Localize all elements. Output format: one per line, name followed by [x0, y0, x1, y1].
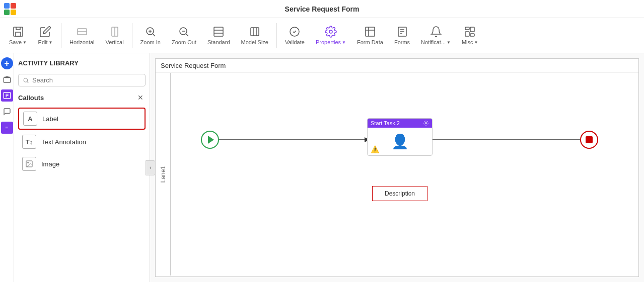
stop-icon — [586, 136, 593, 143]
lane: Lane1 — [156, 73, 171, 275]
divider-3 — [276, 23, 277, 48]
save-button[interactable]: Save▼ — [4, 21, 32, 51]
description-box[interactable]: Description — [372, 186, 427, 201]
canvas-title: Service Request Form — [156, 59, 638, 73]
start-node[interactable] — [201, 131, 219, 149]
svg-rect-13 — [214, 27, 223, 36]
svg-rect-1 — [16, 32, 21, 36]
svg-rect-30 — [4, 78, 10, 82]
sidebar-title: ACTIVITY LIBRARY — [18, 57, 146, 69]
task-title: Start Task.2 — [371, 120, 400, 126]
app-logo[interactable] — [4, 3, 16, 15]
sidebar: ACTIVITY LIBRARY Callouts ✕ A Label T↕ T… — [14, 53, 150, 282]
svg-rect-0 — [14, 27, 23, 36]
svg-line-36 — [27, 81, 28, 82]
end-node[interactable] — [580, 131, 598, 149]
horizontal-button[interactable]: Horizontal — [64, 21, 100, 51]
callout-label-text: Label — [42, 115, 58, 123]
collapse-sidebar-button[interactable]: ‹ — [146, 160, 156, 175]
toolbar: Save▼ Edit▼ Horizontal Vertical Zoom In … — [0, 18, 644, 53]
text-annotation-icon: T↕ — [22, 135, 36, 149]
task-person-icon: 👤 — [391, 133, 409, 150]
rail-activity-icon[interactable] — [1, 89, 13, 102]
svg-point-43 — [425, 123, 427, 124]
svg-rect-16 — [251, 28, 259, 36]
edit-button[interactable]: Edit▼ — [33, 21, 58, 51]
callout-item-text-annotation[interactable]: T↕ Text Annotation — [18, 132, 146, 152]
description-label: Description — [385, 190, 415, 197]
callouts-title: Callouts — [18, 94, 44, 102]
label-icon: A — [23, 112, 37, 126]
search-input[interactable] — [32, 76, 141, 84]
top-bar: Service Request Form — [0, 0, 644, 18]
image-icon — [22, 157, 36, 171]
page-title: Service Request Form — [285, 5, 360, 13]
canvas-area[interactable]: Service Request Form Lane1 — [150, 53, 644, 282]
svg-line-11 — [186, 34, 188, 36]
rail-chat-icon[interactable] — [1, 106, 13, 118]
properties-button[interactable]: Properties▼ — [311, 21, 351, 51]
callouts-close-button[interactable]: ✕ — [135, 92, 146, 103]
task-warning-icon: ⚠️ — [371, 145, 379, 153]
callouts-header: Callouts ✕ — [18, 92, 146, 103]
svg-point-35 — [24, 78, 28, 82]
divider-2 — [132, 23, 132, 48]
zoom-out-button[interactable]: Zoom Out — [167, 21, 201, 51]
canvas-frame: Service Request Form Lane1 — [155, 58, 639, 277]
callout-item-image[interactable]: Image — [18, 154, 146, 174]
svg-point-38 — [28, 162, 29, 163]
flow-area: Start Task.2 👤 ⚠️ Descri — [171, 73, 638, 275]
svg-rect-26 — [465, 27, 469, 30]
model-size-button[interactable]: Model Size — [236, 21, 273, 51]
callout-item-label[interactable]: A Label — [18, 108, 146, 130]
vertical-button[interactable]: Vertical — [101, 21, 129, 51]
svg-line-7 — [153, 34, 155, 36]
task-body: 👤 ⚠️ — [368, 128, 432, 155]
icon-rail: + ≡ — [0, 53, 14, 282]
task-node[interactable]: Start Task.2 👤 ⚠️ — [367, 118, 433, 156]
svg-point-18 — [329, 30, 332, 33]
svg-rect-27 — [465, 32, 469, 36]
rail-add-icon[interactable]: + — [1, 57, 13, 69]
forms-button[interactable]: Forms — [389, 21, 415, 51]
task-settings-icon[interactable] — [423, 120, 429, 126]
play-icon — [208, 136, 214, 144]
main-area: + ≡ ACTIVITY LIBRARY Callouts ✕ A — [0, 53, 644, 282]
divider-1 — [61, 23, 61, 48]
callout-image-text: Image — [41, 160, 59, 168]
search-box[interactable] — [18, 74, 146, 86]
svg-rect-29 — [470, 34, 474, 36]
connector-svg — [171, 73, 638, 275]
notifications-button[interactable]: Notificat...▼ — [416, 21, 456, 51]
search-icon — [23, 77, 29, 84]
rail-layers-icon[interactable] — [1, 73, 13, 85]
canvas-inner[interactable]: Lane1 — [156, 73, 638, 275]
lane-label: Lane1 — [160, 166, 167, 182]
zoom-in-button[interactable]: Zoom In — [135, 21, 166, 51]
form-data-button[interactable]: Form Data — [352, 21, 388, 51]
svg-rect-28 — [470, 27, 474, 32]
validate-button[interactable]: Validate — [280, 21, 310, 51]
rail-expand-icon[interactable]: ≡ — [1, 122, 13, 134]
svg-rect-19 — [366, 27, 375, 36]
misc-button[interactable]: Misc▼ — [457, 21, 483, 51]
callout-text-annotation-text: Text Annotation — [41, 138, 86, 146]
standard-button[interactable]: Standard — [202, 21, 235, 51]
task-header: Start Task.2 — [368, 119, 432, 128]
